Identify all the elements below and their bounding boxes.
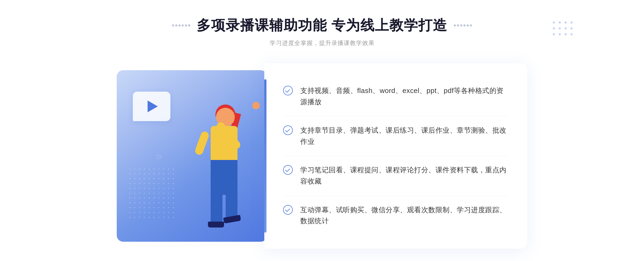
title-row: 多项录播课辅助功能 专为线上教学打造 [0,16,644,35]
feature-text-1: 支持视频、音频、flash、word、excel、ppt、pdf等各种格式的资源… [300,85,508,107]
feature-text-2: 支持章节目录、弹题考试、课后练习、课后作业、章节测验、批改作业 [300,125,508,147]
feature-item-3: 学习笔记回看、课程提问、课程评论打分、课件资料下载，重点内容收藏 [283,156,508,196]
page-subtitle: 学习进度全掌握，提升录播课教学效果 [0,39,644,47]
page-wrapper: 多项录播课辅助功能 专为线上教学打造 学习进度全掌握，提升录播课教学效果 [0,0,644,261]
fig-arm-left [194,130,210,156]
figure-illustration [184,86,264,242]
illustration-card [117,70,267,242]
right-dots-icon [454,24,472,27]
play-icon [148,100,158,112]
page-title: 多项录播课辅助功能 专为线上教学打造 [197,16,447,35]
feature-text-3: 学习笔记回看、课程提问、课程评论打分、课件资料下载，重点内容收藏 [300,165,508,187]
feature-item-2: 支持章节目录、弹题考试、课后练习、课后作业、章节测验、批改作业 [283,116,508,156]
feature-text-4: 互动弹幕、试听购买、微信分享、观看次数限制、学习进度跟踪、数据统计 [300,204,508,227]
check-icon-2 [283,125,293,135]
fig-pants [211,160,237,195]
feature-item-4: 互动弹幕、试听购买、微信分享、观看次数限制、学习进度跟踪、数据统计 [283,196,508,235]
main-content: » 支持视频、音频、flash、word、excel、ppt、pdf等各种格式的… [107,63,537,249]
left-dots-icon [172,24,190,27]
fig-leg-left [211,192,222,224]
check-icon-3 [283,165,293,175]
dot-pattern [127,167,176,220]
header: 多项录播课辅助功能 专为线上教学打造 学习进度全掌握，提升录播课教学效果 [0,16,644,47]
check-icon-1 [283,86,293,95]
features-card: 支持视频、音频、flash、word、excel、ppt、pdf等各种格式的资源… [264,63,527,249]
fig-shoe-left [208,222,224,228]
check-icon-4 [283,205,293,215]
play-bubble [133,92,170,121]
feature-item-1: 支持视频、音频、flash、word、excel、ppt、pdf等各种格式的资源… [283,77,508,116]
fig-hand-right [252,102,260,109]
chevrons-icon: » [156,149,159,163]
fig-leg-right [226,192,237,219]
fig-body [211,126,237,161]
